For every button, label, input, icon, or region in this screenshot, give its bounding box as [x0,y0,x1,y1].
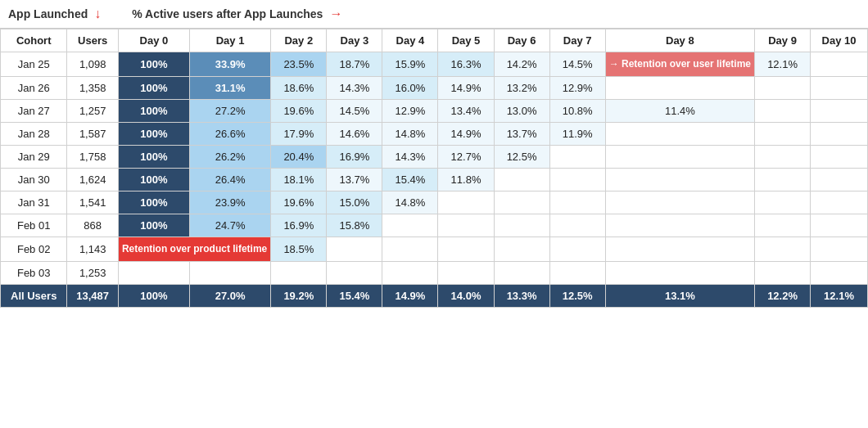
table-row: Jan 301,624100%26.4%18.1%13.7%15.4%11.8% [1,168,868,191]
data-cell [811,145,868,168]
col-header-day8: Day 8 [605,29,754,52]
data-cell: 14.2% [494,52,549,77]
users-cell: 1,624 [67,168,119,191]
data-cell: 100% [118,191,189,214]
footer-day10: 12.1% [811,284,868,307]
retention-product-label: Retention over product lifetime [118,237,270,261]
footer-day1: 27.0% [189,284,270,307]
users-cell: 868 [67,214,119,237]
data-cell: 16.9% [271,214,327,237]
data-cell [811,52,868,77]
data-cell: 100% [118,76,189,99]
data-cell: 16.0% [382,76,438,99]
data-cell [755,261,811,284]
data-cell: 14.9% [438,122,494,145]
data-cell: 13.2% [494,76,549,99]
data-cell [811,191,868,214]
data-cell: 16.3% [438,52,494,77]
data-cell: 100% [118,214,189,237]
data-cell [494,168,549,191]
data-cell: 15.0% [327,191,382,214]
data-cell [382,214,438,237]
users-cell: 1,253 [67,261,119,284]
table-row: Feb 031,253 [1,261,868,284]
arrow-right-icon: → [329,7,342,21]
cohort-cell: Feb 03 [1,261,67,284]
footer-users: 13,487 [67,284,119,307]
data-cell [549,214,605,237]
col-header-day2: Day 2 [271,29,327,52]
data-cell [755,191,811,214]
data-cell: 13.4% [438,99,494,122]
data-cell [811,214,868,237]
data-cell: 18.6% [271,76,327,99]
data-cell [438,214,494,237]
data-cell: 11.9% [549,122,605,145]
data-cell [494,191,549,214]
table-row: Feb 021,143Retention over product lifeti… [1,237,868,261]
footer-day7: 12.5% [549,284,605,307]
data-cell: 14.9% [438,76,494,99]
data-cell: 12.9% [549,76,605,99]
col-header-day0: Day 0 [118,29,189,52]
cohort-cell: Jan 26 [1,76,67,99]
data-cell [605,214,754,237]
data-cell: 24.7% [189,214,270,237]
all-users-row: All Users 13,487 100% 27.0% 19.2% 15.4% … [1,284,868,307]
data-cell [755,237,811,261]
cohort-cell: Feb 01 [1,214,67,237]
data-cell: 19.6% [271,191,327,214]
data-cell: 12.7% [438,145,494,168]
data-cell: 26.2% [189,145,270,168]
table-header-row: Cohort Users Day 0 Day 1 Day 2 Day 3 Day… [1,29,868,52]
data-cell: 14.5% [327,99,382,122]
table-row: Jan 261,358100%31.1%18.6%14.3%16.0%14.9%… [1,76,868,99]
users-cell: 1,143 [67,237,119,261]
data-cell [549,168,605,191]
data-cell [811,237,868,261]
cohort-cell: Jan 30 [1,168,67,191]
users-cell: 1,587 [67,122,119,145]
data-cell: 100% [118,99,189,122]
users-cell: 1,358 [67,76,119,99]
data-cell: 15.8% [327,214,382,237]
percent-active-label: % Active users after App Launches [132,7,323,20]
data-cell [755,214,811,237]
data-cell: 14.3% [327,76,382,99]
header-row: App Launched ↓ % Active users after App … [0,0,868,29]
data-cell: 12.9% [382,99,438,122]
data-cell [755,122,811,145]
footer-cohort: All Users [1,284,67,307]
data-cell: 15.4% [382,168,438,191]
col-header-day4: Day 4 [382,29,438,52]
data-cell: 18.7% [327,52,382,77]
users-cell: 1,098 [67,52,119,77]
data-cell [382,261,438,284]
data-cell: 100% [118,145,189,168]
table-row: Jan 271,257100%27.2%19.6%14.5%12.9%13.4%… [1,99,868,122]
data-cell: 14.8% [382,191,438,214]
data-cell: 12.5% [494,145,549,168]
data-cell [605,237,754,261]
data-cell: 14.3% [382,145,438,168]
data-cell: 15.9% [382,52,438,77]
col-header-day1: Day 1 [189,29,270,52]
data-cell [438,261,494,284]
retention-table-wrapper: Cohort Users Day 0 Day 1 Day 2 Day 3 Day… [0,29,868,308]
arrow-down-icon: ↓ [94,7,101,21]
data-cell [382,237,438,261]
footer-day2: 19.2% [271,284,327,307]
data-cell: 13.7% [327,168,382,191]
data-cell [494,237,549,261]
cohort-cell: Jan 25 [1,52,67,77]
col-header-users: Users [67,29,119,52]
data-cell [327,261,382,284]
table-row: Feb 01868100%24.7%16.9%15.8% [1,214,868,237]
data-cell: 27.2% [189,99,270,122]
col-header-cohort: Cohort [1,29,67,52]
data-cell: 19.6% [271,99,327,122]
data-cell: 16.9% [327,145,382,168]
data-cell [605,168,754,191]
data-cell: 26.4% [189,168,270,191]
cohort-cell: Jan 27 [1,99,67,122]
